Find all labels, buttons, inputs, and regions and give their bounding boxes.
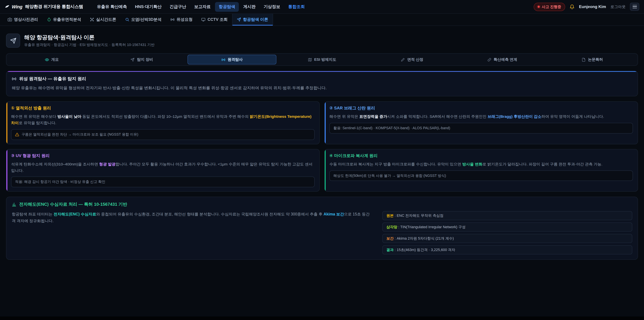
notifications-button[interactable] [570, 4, 574, 9]
enc-section-title: 전자해도(ENC) 수심자료 처리 — 특허 10-1567431 기반 [19, 201, 127, 207]
tab-diffusion-link[interactable]: 확산예측 연계 [458, 55, 546, 65]
nav-item-hns-air[interactable]: HNS·대기확산 [131, 2, 165, 12]
card-title: ② SAR 브래그 산란 원리 [330, 105, 633, 111]
card-thermal-ir: ① 열적외선 방출 원리 해수면 위 유막은 해수보다 방사율이 낮아 동일 온… [6, 101, 320, 144]
satellite-icon [12, 77, 16, 81]
link-icon [487, 58, 491, 62]
nav-item-board[interactable]: 게시판 [240, 2, 259, 12]
page-header: 해양 항공탐색·원격탐사 이론 유출유 원격탐지 · 항공감시 기법 · ESI… [6, 34, 638, 48]
section-enc-bathymetry: 전자해도(ENC) 수심자료 처리 — 특허 10-1567431 기반 항공탐… [6, 197, 638, 260]
nav-item-weather[interactable]: 기상정보 [260, 2, 284, 12]
tab-label: ESI 방제지도 [314, 57, 336, 62]
tab-esi-map[interactable]: ESI 방제지도 [278, 55, 366, 65]
theory-tab-bar: 개요 탐지 장비 원격탐사 ESI 방제지도 면적 산정 확산예측 연계 [6, 53, 638, 66]
sub-navbar: 영상사진관리 유출유면적분석 실시간드론 오염/선박3D분석 위성요청 CCTV… [0, 14, 644, 26]
aerial-search-icon [10, 38, 16, 44]
enc-title-row: 전자해도(ENC) 수심자료 처리 — 특허 10-1567431 기반 [12, 201, 632, 207]
subnav-label: CCTV 조회 [208, 17, 228, 23]
principle-cards-grid: ① 열적외선 방출 원리 해수면 위 유막은 해수보다 방사율이 낮아 동일 온… [6, 101, 638, 192]
main-menu: 유출유 확산예측 HNS·대기확산 긴급구난 보고자료 항공탐색 게시판 기상정… [93, 2, 308, 12]
enc-row-result: 결과: 15초(463m) 등간격 · 3,225,600 격자 [382, 245, 632, 254]
subnav-label: 항공탐색 이론 [243, 17, 268, 23]
card-sar-bragg: ② SAR 브래그 산란 원리 해수면 위 유막은 표면장력을 증가시켜 소파를… [324, 101, 638, 144]
status-dot-icon [538, 6, 540, 8]
satellite-icon [221, 58, 225, 62]
map-icon [308, 58, 312, 62]
tab-label: 원격탐사 [228, 57, 243, 62]
plane-icon [131, 58, 135, 62]
subnav-label: 위성요청 [176, 17, 192, 23]
card-body: 수동 마이크로파 복사계는 지구 방출 마이크로파를 수신합니다. 유막이 있으… [330, 161, 633, 167]
top-navbar: Wing 해양환경 위기대응 통합시스템 유출유 확산예측 HNS·대기확산 긴… [0, 0, 644, 14]
main-content: 해양 항공탐색·원격탐사 이론 유출유 원격탐지 · 항공감시 기법 · ESI… [0, 26, 644, 260]
bottom-strip [0, 316, 644, 320]
subnav-item-aerial-theory[interactable]: 항공탐색 이론 [232, 14, 273, 26]
card-note-text: 활용: Sentinel-1(C-band) · KOMPSAT-5(X-ban… [334, 126, 450, 131]
page-icon-tile [6, 34, 20, 48]
subnav-label: 영상사진관리 [14, 17, 38, 23]
subnav-item-oil-area[interactable]: 유출유면적분석 [42, 14, 86, 26]
pencil-icon [401, 58, 405, 62]
subnav-item-satellite-request[interactable]: 위성요청 [166, 14, 197, 26]
bar-chart-icon [12, 202, 16, 207]
subnav-item-drone[interactable]: 실시간드론 [86, 14, 120, 26]
user-name[interactable]: Eunjeong Kim [579, 4, 606, 9]
tab-papers-patents[interactable]: 논문특허 [548, 55, 636, 65]
navbar-right: 사고 진행중 Eunjeong Kim 로그아웃 [534, 3, 639, 11]
document-icon [582, 58, 586, 62]
card-body: 해수면 위 유막은 표면장력을 증가시켜 소파를 억제합니다. SAR에서 해수… [330, 113, 633, 120]
subnav-label: 실시간드론 [96, 17, 116, 23]
enc-row-source: 원본: ENC 전자해도 무작위 측심점 [382, 211, 632, 220]
subnav-label: 유출유면적분석 [53, 17, 81, 23]
warning-icon [15, 133, 19, 137]
menu-button[interactable] [630, 3, 639, 11]
nav-item-integrated-search[interactable]: 통합조회 [284, 2, 308, 12]
card-note-text: 구름은 열적외선을 완전 차단 → 마이크로파 보조 필요 (NGSST 융합 … [22, 132, 138, 137]
card-note: 적용: 해경 감시 항공기 야간 탐색 · 비정상 유출 신고 확인 [11, 177, 314, 187]
subnav-item-imagery[interactable]: 영상사진관리 [3, 14, 42, 26]
subnav-item-3d-analysis[interactable]: 오염/선박3D분석 [120, 14, 166, 26]
card-uv-fluorescence: ③ UV 형광 탐지 원리 석유계 탄화수소에 자외선(310–400nm)을 … [6, 149, 320, 192]
nav-item-rescue[interactable]: 긴급구난 [166, 2, 190, 12]
nav-item-oil-diffusion[interactable]: 유출유 확산예측 [93, 2, 131, 12]
tab-remote-sensing[interactable]: 원격탐사 [188, 55, 276, 65]
tab-overview[interactable]: 개요 [8, 55, 96, 65]
tab-detection-equipment[interactable]: 탐지 장비 [98, 55, 186, 65]
card-body: 해수면 위 유막은 해수보다 방사율이 낮아 동일 온도에서도 적외선 방출량이… [11, 113, 314, 126]
section-title-row: 위성 원격탐사 — 유출유 탐지 원리 [12, 76, 632, 82]
section-remote-sensing-intro: 위성 원격탐사 — 유출유 탐지 원리 해양 유출유는 해수면에 유막을 형성하… [6, 71, 638, 96]
incident-status-label: 사고 진행중 [542, 4, 561, 9]
section-title: 위성 원격탐사 — 유출유 탐지 원리 [19, 76, 86, 82]
logout-button[interactable]: 로그아웃 [610, 4, 626, 9]
card-title: ③ UV 형광 탐지 원리 [11, 153, 314, 159]
menu-icon [632, 5, 637, 5]
app-root: Wing 해양환경 위기대응 통합시스템 유출유 확산예측 HNS·대기확산 긴… [0, 0, 644, 320]
incident-status-badge[interactable]: 사고 진행중 [534, 3, 565, 11]
tab-label: 논문특허 [588, 57, 603, 62]
camera-icon [8, 18, 12, 22]
page-title: 해양 항공탐색·원격탐사 이론 [24, 34, 155, 41]
card-note-text: 해상도 한계(50km)로 단독 사용 불가 → 열적외선과 융합 (NGSST… [334, 173, 446, 178]
subnav-label: 오염/선박3D분석 [131, 17, 162, 23]
card-microwave-radiometer: ④ 마이크로파 복사계 원리 수동 마이크로파 복사계는 지구 방출 마이크로파… [324, 149, 638, 192]
tab-label: 개요 [51, 57, 59, 62]
tab-label: 확산예측 연계 [494, 57, 517, 62]
search-icon [125, 18, 129, 22]
card-note: 해상도 한계(50km)로 단독 사용 불가 → 열적외선과 융합 (NGSST… [330, 170, 633, 181]
enc-row-interpolation: 보간: Akima 2차원 5차다항식 (21개 계수) [382, 234, 632, 243]
cctv-icon [201, 18, 206, 22]
card-note: 구름은 열적외선을 완전 차단 → 마이크로파 보조 필요 (NGSST 융합 … [11, 129, 314, 140]
paper-plane-icon [237, 18, 241, 22]
nav-item-reports[interactable]: 보고자료 [190, 2, 214, 12]
drone-icon [90, 18, 94, 22]
tab-area-calculation[interactable]: 면적 산정 [368, 55, 456, 65]
bell-icon [570, 4, 574, 9]
nav-item-aerial-search[interactable]: 항공탐색 [215, 2, 239, 12]
eye-icon [45, 58, 49, 62]
subnav-item-cctv[interactable]: CCTV 조회 [197, 14, 232, 26]
page-subtitle: 유출유 원격탐지 · 항공감시 기법 · ESI 방제정보지도 · 등록특허 1… [24, 43, 155, 47]
brand[interactable]: Wing 해양환경 위기대응 통합시스템 [5, 4, 83, 10]
card-note: 활용: Sentinel-1(C-band) · KOMPSAT-5(X-ban… [330, 123, 633, 134]
section-description: 해양 유출유는 해수면에 유막을 형성하여 전자기파 반사·방출·산란 특성을 … [12, 85, 632, 91]
card-note-text: 적용: 해경 감시 항공기 야간 탐색 · 비정상 유출 신고 확인 [15, 179, 105, 185]
